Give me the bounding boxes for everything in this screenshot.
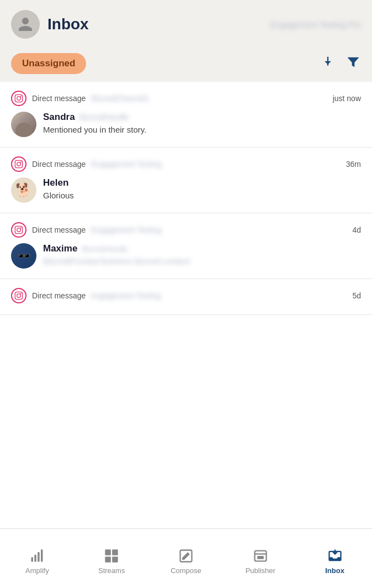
sender-name: Helen	[43, 177, 68, 188]
message-channel: Engagement Testing	[91, 160, 341, 169]
amplify-icon	[29, 548, 45, 564]
message-body: Sandra BlurredHandle Mentioned you in th…	[11, 112, 361, 137]
inbox-icon	[327, 548, 343, 564]
sort-icon[interactable]	[320, 55, 336, 72]
sender-info: Helen Glorious	[43, 177, 361, 200]
nav-label-amplify: Amplify	[25, 566, 49, 575]
nav-label-publisher: Publisher	[246, 566, 275, 575]
message-type: Direct message	[32, 225, 86, 234]
nav-item-publisher[interactable]: Publisher	[223, 529, 297, 588]
nav-item-amplify[interactable]: Amplify	[0, 529, 75, 588]
sender-name: Sandra	[43, 112, 75, 123]
instagram-icon	[11, 288, 26, 303]
user-avatar	[11, 10, 40, 39]
sender-name: Maxime	[43, 243, 77, 254]
nav-item-streams[interactable]: Streams	[75, 529, 149, 588]
message-type: Direct message	[32, 291, 86, 300]
svg-rect-4	[15, 160, 22, 167]
svg-point-6	[20, 161, 22, 162]
sender-info: Sandra BlurredHandle Mentioned you in th…	[43, 112, 361, 134]
page-title: Inbox	[47, 15, 89, 33]
nav-label-inbox: Inbox	[325, 566, 344, 575]
filter-icons	[320, 55, 361, 72]
svg-rect-13	[31, 557, 34, 561]
svg-point-3	[20, 96, 22, 97]
filter-bar: Unassigned	[0, 48, 372, 82]
svg-point-2	[17, 97, 21, 101]
header-subtitle: Engagement Testing Pro	[270, 20, 361, 29]
sender-info: Maxime BlurredHandle BlurredPreviewTextH…	[43, 243, 361, 266]
sender-name-row: Maxime BlurredHandle	[43, 243, 361, 254]
message-time: 4d	[352, 225, 361, 234]
message-body: 🕶️ Maxime BlurredHandle BlurredPreviewTe…	[11, 243, 361, 269]
svg-rect-15	[38, 552, 40, 562]
svg-rect-10	[15, 292, 22, 299]
message-item[interactable]: Direct message Engagement Testing 36m 🐕 …	[0, 148, 372, 213]
sender-avatar: 🕶️	[11, 243, 36, 269]
instagram-icon	[11, 91, 26, 106]
message-channel: Engagement Testing	[91, 225, 347, 234]
instagram-icon	[11, 222, 26, 238]
message-meta: Direct message engagement Testing 5d	[11, 288, 361, 303]
message-meta: Direct message Engagement Testing 4d	[11, 222, 361, 238]
message-item[interactable]: Direct message engagement Testing 5d	[0, 279, 372, 315]
svg-point-5	[17, 162, 21, 166]
svg-point-9	[20, 227, 22, 228]
filter-icon[interactable]	[346, 55, 361, 72]
sender-avatar: 🐕	[11, 177, 36, 203]
streams-icon	[104, 548, 119, 564]
svg-rect-19	[105, 556, 111, 563]
svg-rect-7	[15, 226, 22, 233]
message-preview-blurred: BlurredPreviewTextHere blurred content	[43, 256, 361, 266]
svg-point-11	[17, 294, 21, 298]
message-body: 🐕 Helen Glorious	[11, 177, 361, 203]
svg-rect-0	[327, 57, 328, 66]
instagram-icon	[11, 156, 26, 172]
message-time: just now	[333, 94, 361, 103]
message-type: Direct message	[32, 94, 86, 103]
message-item[interactable]: Direct message Engagement Testing 4d 🕶️ …	[0, 213, 372, 279]
sender-handle: BlurredHandle	[79, 113, 129, 122]
svg-rect-20	[112, 556, 118, 563]
svg-rect-24	[257, 556, 264, 559]
message-item[interactable]: Direct message BlurredChannel1 just now …	[0, 82, 372, 148]
message-list: Direct message BlurredChannel1 just now …	[0, 82, 372, 528]
message-meta: Direct message BlurredChannel1 just now	[11, 91, 361, 106]
message-preview: Glorious	[43, 191, 361, 200]
message-channel: engagement Testing	[91, 291, 347, 300]
sender-handle: BlurredHandle	[82, 245, 127, 253]
svg-rect-17	[105, 549, 111, 555]
message-meta: Direct message Engagement Testing 36m	[11, 156, 361, 172]
nav-item-compose[interactable]: Compose	[149, 529, 224, 588]
unassigned-button[interactable]: Unassigned	[11, 53, 86, 74]
message-channel: BlurredChannel1	[91, 94, 327, 103]
message-time: 36m	[346, 160, 361, 169]
publisher-icon	[253, 548, 268, 564]
nav-label-streams: Streams	[98, 566, 125, 575]
bottom-nav: Amplify Streams Compose Publisher	[0, 528, 372, 588]
message-time: 5d	[352, 291, 361, 300]
nav-item-inbox[interactable]: Inbox	[297, 529, 372, 588]
svg-rect-18	[112, 549, 118, 555]
svg-rect-14	[35, 554, 37, 561]
svg-point-8	[17, 228, 21, 232]
compose-icon	[178, 548, 194, 564]
message-preview: Mentioned you in their story.	[43, 125, 361, 134]
sender-name-row: Sandra BlurredHandle	[43, 112, 361, 123]
message-type: Direct message	[32, 160, 86, 169]
svg-rect-1	[15, 95, 22, 102]
nav-label-compose: Compose	[171, 566, 201, 575]
sender-avatar	[11, 112, 36, 137]
svg-point-12	[20, 293, 22, 294]
page-header: Inbox Engagement Testing Pro	[0, 0, 372, 48]
svg-rect-16	[41, 549, 43, 561]
sender-name-row: Helen	[43, 177, 361, 188]
